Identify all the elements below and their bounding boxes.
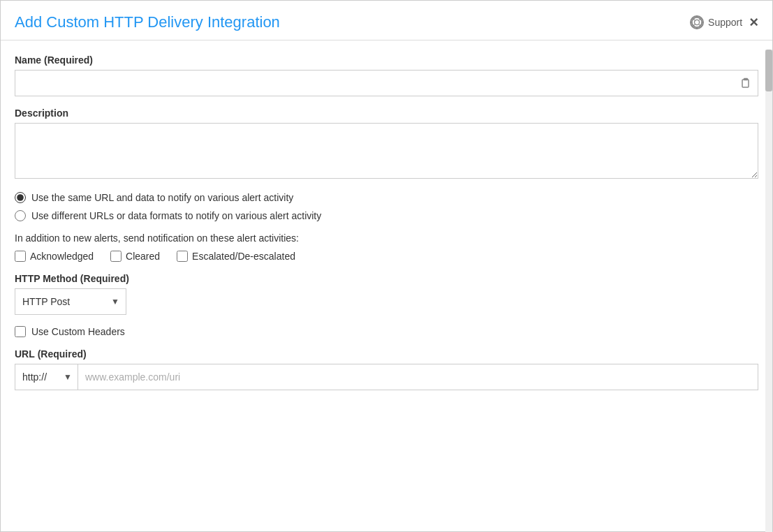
header-right: Support × (690, 15, 758, 30)
alert-activities: In addition to new alerts, send notifica… (15, 232, 758, 262)
svg-line-4 (699, 24, 700, 26)
custom-headers-row[interactable]: Use Custom Headers (15, 326, 758, 337)
http-method-label-row: HTTP Method (Required) (15, 273, 758, 288)
acknowledged-checkbox[interactable] (15, 251, 26, 262)
svg-point-1 (695, 20, 700, 24)
page-title: Add Custom HTTP Delivery Integration (15, 13, 280, 31)
checkbox-cleared[interactable]: Cleared (110, 251, 160, 262)
http-method-group: HTTP Method (Required) HTTP Post HTTP Ge… (15, 273, 758, 315)
svg-line-5 (693, 19, 695, 20)
support-icon (690, 15, 704, 29)
name-input-wrapper (15, 70, 758, 96)
name-required-text: (Required) (44, 54, 93, 66)
cleared-checkbox[interactable] (110, 251, 122, 262)
http-method-select[interactable]: HTTP Post HTTP Get HTTP Put (15, 288, 126, 315)
url-protocol-wrapper: http:// https:// ▼ (15, 364, 78, 390)
main-container: Add Custom HTTP Delivery Integration Sup… (0, 0, 773, 532)
close-button[interactable]: × (749, 15, 758, 30)
paste-icon (739, 76, 753, 90)
radio-group: Use the same URL and data to notify on v… (15, 192, 758, 221)
radio-diff-url[interactable] (15, 210, 26, 221)
http-method-select-wrapper: HTTP Post HTTP Get HTTP Put ▼ (15, 288, 126, 315)
svg-line-2 (699, 19, 700, 20)
description-input[interactable] (15, 123, 758, 179)
support-label: Support (708, 17, 742, 28)
name-label: Name (Required) (15, 54, 758, 70)
url-label: URL (15, 348, 35, 360)
url-input-row: http:// https:// ▼ (15, 364, 758, 390)
content: Name (Required) Description (1, 40, 772, 524)
url-label-row: URL (Required) (15, 348, 758, 364)
description-group: Description (15, 108, 758, 181)
escalated-label: Escalated/De-escalated (192, 251, 295, 262)
custom-headers-label: Use Custom Headers (31, 326, 125, 337)
alert-activities-title: In addition to new alerts, send notifica… (15, 232, 758, 244)
acknowledged-label: Acknowledged (30, 251, 94, 262)
name-label-text: Name (15, 54, 41, 66)
scrollbar-thumb[interactable] (765, 50, 772, 91)
http-method-required: (Required) (80, 273, 129, 284)
description-label: Description (15, 108, 68, 119)
support-link[interactable]: Support (690, 15, 742, 29)
radio-option-diff-url[interactable]: Use different URLs or data formats to no… (15, 210, 758, 221)
radio-diff-url-label: Use different URLs or data formats to no… (31, 210, 321, 221)
svg-line-3 (693, 24, 695, 26)
scrollbar-track[interactable] (765, 50, 772, 532)
radio-same-url-label: Use the same URL and data to notify on v… (31, 192, 293, 203)
name-input[interactable] (15, 70, 758, 96)
radio-same-url[interactable] (15, 192, 26, 203)
http-method-label: HTTP Method (15, 273, 78, 284)
header: Add Custom HTTP Delivery Integration Sup… (1, 1, 772, 40)
custom-headers-checkbox[interactable] (15, 326, 26, 337)
checkboxes-row: Acknowledged Cleared Escalated/De-escala… (15, 251, 758, 262)
svg-rect-7 (744, 78, 748, 80)
url-protocol-select[interactable]: http:// https:// (15, 364, 78, 390)
url-input[interactable] (78, 364, 758, 390)
cleared-label: Cleared (126, 251, 160, 262)
radio-option-same-url[interactable]: Use the same URL and data to notify on v… (15, 192, 758, 203)
checkbox-escalated[interactable]: Escalated/De-escalated (177, 251, 295, 262)
escalated-checkbox[interactable] (177, 251, 188, 262)
url-required: (Required) (38, 348, 87, 360)
svg-rect-6 (742, 80, 749, 87)
url-group: URL (Required) http:// https:// ▼ (15, 348, 758, 390)
checkbox-acknowledged[interactable]: Acknowledged (15, 251, 94, 262)
name-group: Name (Required) (15, 54, 758, 96)
